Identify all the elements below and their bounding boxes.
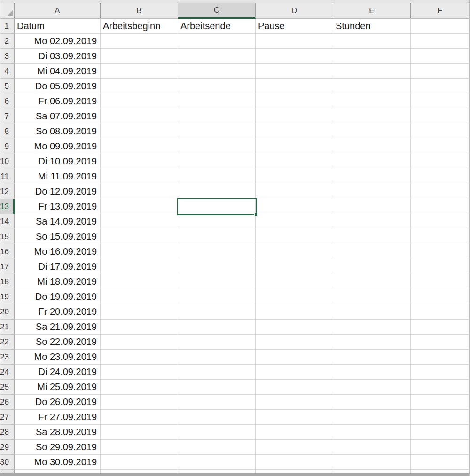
cell-A27[interactable]: Fr 27.09.2019 bbox=[15, 410, 101, 425]
row-header-14[interactable]: 14 bbox=[0, 214, 15, 229]
cell-D10[interactable] bbox=[256, 154, 333, 169]
row-header-2[interactable]: 2 bbox=[0, 34, 15, 49]
cell-C8[interactable] bbox=[178, 124, 256, 139]
row-header-18[interactable]: 18 bbox=[0, 274, 15, 289]
cell-D12[interactable] bbox=[256, 184, 333, 199]
cell-E18[interactable] bbox=[333, 274, 411, 289]
cell-B28[interactable] bbox=[101, 425, 178, 440]
cell-A3[interactable]: Di 03.09.2019 bbox=[15, 49, 101, 64]
row-header-11[interactable]: 11 bbox=[0, 169, 15, 184]
cell-E2[interactable] bbox=[333, 34, 411, 49]
cell-E14[interactable] bbox=[333, 214, 411, 229]
cell-F12[interactable] bbox=[411, 184, 469, 199]
cell-C4[interactable] bbox=[178, 64, 256, 79]
row-header-6[interactable]: 6 bbox=[0, 94, 15, 109]
cell-D14[interactable] bbox=[256, 214, 333, 229]
row-header-3[interactable]: 3 bbox=[0, 49, 15, 64]
cell-E28[interactable] bbox=[333, 425, 411, 440]
row-header-10[interactable]: 10 bbox=[0, 154, 15, 169]
cell-A22[interactable]: So 22.09.2019 bbox=[15, 335, 101, 350]
cell-A12[interactable]: Do 12.09.2019 bbox=[15, 184, 101, 199]
cell-B17[interactable] bbox=[101, 259, 178, 274]
cell-F19[interactable] bbox=[411, 289, 469, 304]
column-header-B[interactable]: B bbox=[101, 3, 178, 19]
cell-C26[interactable] bbox=[178, 395, 256, 410]
cell-B5[interactable] bbox=[101, 79, 178, 94]
cell-F27[interactable] bbox=[411, 410, 469, 425]
cell-F29[interactable] bbox=[411, 440, 469, 455]
cell-A14[interactable]: Sa 14.09.2019 bbox=[15, 214, 101, 229]
cell-C17[interactable] bbox=[178, 259, 256, 274]
cell-C29[interactable] bbox=[178, 440, 256, 455]
cell-A7[interactable]: Sa 07.09.2019 bbox=[15, 109, 101, 124]
cell-D18[interactable] bbox=[256, 274, 333, 289]
cell-C23[interactable] bbox=[178, 350, 256, 365]
row-header-22[interactable]: 22 bbox=[0, 335, 15, 350]
cell-E8[interactable] bbox=[333, 124, 411, 139]
cell-E24[interactable] bbox=[333, 365, 411, 380]
cell-D3[interactable] bbox=[256, 49, 333, 64]
cell-B3[interactable] bbox=[101, 49, 178, 64]
cell-A30[interactable]: Mo 30.09.2019 bbox=[15, 455, 101, 470]
cell-F17[interactable] bbox=[411, 259, 469, 274]
cell-D8[interactable] bbox=[256, 124, 333, 139]
row-header-4[interactable]: 4 bbox=[0, 64, 15, 79]
cell-D1[interactable]: Pause bbox=[256, 19, 333, 34]
cell-B24[interactable] bbox=[101, 365, 178, 380]
cell-F10[interactable] bbox=[411, 154, 469, 169]
cell-A10[interactable]: Di 10.09.2019 bbox=[15, 154, 101, 169]
cell-A19[interactable]: Do 19.09.2019 bbox=[15, 289, 101, 304]
row-header-5[interactable]: 5 bbox=[0, 79, 15, 94]
column-header-F[interactable]: F bbox=[411, 3, 469, 19]
cell-E30[interactable] bbox=[333, 455, 411, 470]
cell-A16[interactable]: Mo 16.09.2019 bbox=[15, 244, 101, 259]
cell-C14[interactable] bbox=[178, 214, 256, 229]
cell-C2[interactable] bbox=[178, 34, 256, 49]
cell-F23[interactable] bbox=[411, 350, 469, 365]
cell-D23[interactable] bbox=[256, 350, 333, 365]
cell-F28[interactable] bbox=[411, 425, 469, 440]
cell-B15[interactable] bbox=[101, 229, 178, 244]
row-header-13[interactable]: 13 bbox=[0, 199, 15, 214]
row-header-21[interactable]: 21 bbox=[0, 320, 15, 335]
cell-A17[interactable]: Di 17.09.2019 bbox=[15, 259, 101, 274]
row-header-23[interactable]: 23 bbox=[0, 350, 15, 365]
cell-F6[interactable] bbox=[411, 94, 469, 109]
cell-C21[interactable] bbox=[178, 320, 256, 335]
cell-F16[interactable] bbox=[411, 244, 469, 259]
column-header-E[interactable]: E bbox=[333, 3, 411, 19]
cell-D30[interactable] bbox=[256, 455, 333, 470]
cell-E4[interactable] bbox=[333, 64, 411, 79]
cell-C25[interactable] bbox=[178, 380, 256, 395]
cell-C16[interactable] bbox=[178, 244, 256, 259]
cell-A2[interactable]: Mo 02.09.2019 bbox=[15, 34, 101, 49]
cell-F25[interactable] bbox=[411, 380, 469, 395]
cell-D28[interactable] bbox=[256, 425, 333, 440]
row-header-8[interactable]: 8 bbox=[0, 124, 15, 139]
row-header-16[interactable]: 16 bbox=[0, 244, 15, 259]
cell-A23[interactable]: Mo 23.09.2019 bbox=[15, 350, 101, 365]
row-header-17[interactable]: 17 bbox=[0, 259, 15, 274]
cell-F20[interactable] bbox=[411, 304, 469, 320]
cell-E25[interactable] bbox=[333, 380, 411, 395]
row-header-24[interactable]: 24 bbox=[0, 365, 15, 380]
cell-C12[interactable] bbox=[178, 184, 256, 199]
row-header-25[interactable]: 25 bbox=[0, 380, 15, 395]
cell-B6[interactable] bbox=[101, 94, 178, 109]
cell-B12[interactable] bbox=[101, 184, 178, 199]
cell-A26[interactable]: Do 26.09.2019 bbox=[15, 395, 101, 410]
cell-B25[interactable] bbox=[101, 380, 178, 395]
cell-E11[interactable] bbox=[333, 169, 411, 184]
cell-A18[interactable]: Mi 18.09.2019 bbox=[15, 274, 101, 289]
cell-C27[interactable] bbox=[178, 410, 256, 425]
cell-F30[interactable] bbox=[411, 455, 469, 470]
cell-A6[interactable]: Fr 06.09.2019 bbox=[15, 94, 101, 109]
cell-D13[interactable] bbox=[256, 199, 333, 214]
cell-C10[interactable] bbox=[178, 154, 256, 169]
cell-E26[interactable] bbox=[333, 395, 411, 410]
cell-D25[interactable] bbox=[256, 380, 333, 395]
cell-D2[interactable] bbox=[256, 34, 333, 49]
cell-E15[interactable] bbox=[333, 229, 411, 244]
cell-C1[interactable]: Arbeitsende bbox=[178, 19, 256, 34]
cell-B29[interactable] bbox=[101, 440, 178, 455]
